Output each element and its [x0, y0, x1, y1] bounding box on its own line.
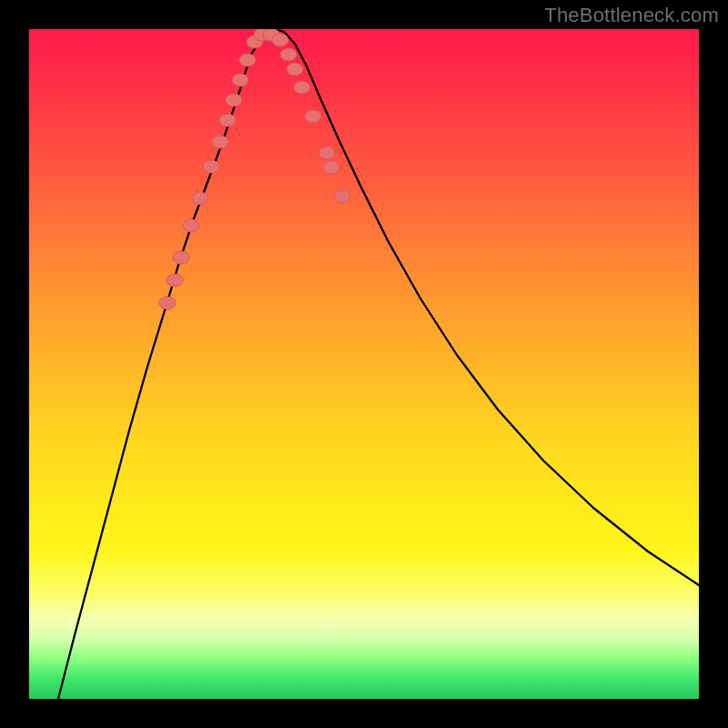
marker-dot [232, 74, 248, 86]
marker-dot [334, 190, 350, 203]
marker-dot [323, 161, 339, 174]
marker-dot [219, 114, 236, 126]
watermark-text: TheBottleneck.com [544, 4, 719, 27]
marker-dot [294, 81, 310, 94]
marker-dot [239, 54, 256, 66]
marker-dot [167, 274, 183, 287]
marker-dot [318, 147, 335, 159]
chart-frame: TheBottleneck.com [0, 0, 728, 728]
marker-layer [159, 29, 350, 309]
bottleneck-curve [58, 29, 699, 699]
curve-svg [29, 29, 699, 699]
marker-dot [173, 251, 189, 264]
marker-dot [203, 160, 219, 173]
marker-dot [159, 297, 176, 309]
marker-dot [192, 192, 208, 205]
marker-dot [183, 219, 199, 232]
marker-dot [280, 48, 297, 61]
marker-dot [287, 63, 303, 76]
plot-area [29, 29, 699, 699]
marker-dot [305, 110, 321, 123]
marker-dot [272, 34, 288, 46]
marker-dot [212, 136, 228, 148]
marker-dot [226, 94, 242, 106]
